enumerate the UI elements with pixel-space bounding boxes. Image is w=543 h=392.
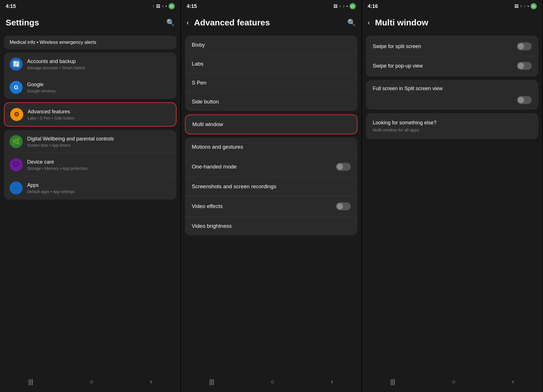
motions-label: Motions and gestures xyxy=(192,144,243,150)
accounts-text: Accounts and backup Manage accounts • Sm… xyxy=(27,58,171,70)
nav-bar-2: ||| ○ ‹ xyxy=(181,372,361,392)
wellbeing-group: 🌿 Digital Wellbeing and parental control… xyxy=(4,130,176,200)
fullscreen-section: Full screen in Split screen view xyxy=(366,80,538,110)
bixby-label: Bixby xyxy=(192,42,205,48)
dot-icon-1: • xyxy=(165,4,167,8)
google-title: Google xyxy=(27,81,171,88)
spen-item[interactable]: S Pen xyxy=(185,73,357,92)
status-time-3: 4:16 xyxy=(368,3,378,9)
device-care-subtitle: Storage • Memory • App protection xyxy=(27,166,171,171)
status-time-2: 4:15 xyxy=(187,3,197,9)
back-arrow-2[interactable]: ‹ xyxy=(187,19,189,27)
advanced-features-group[interactable]: ⚙ Advanced features Labs • S Pen • Side … xyxy=(4,102,176,127)
partial-item-medical[interactable]: Medical info • Wireless emergency alerts xyxy=(4,36,176,49)
fullscreen-label: Full screen in Split screen view xyxy=(373,86,532,92)
video-effects-toggle[interactable] xyxy=(336,202,351,210)
notif-badge-1: 21 xyxy=(169,3,175,9)
popup-view-toggle[interactable] xyxy=(517,62,532,70)
status-icons-3: 🖼 ↑ ↑ • 21 xyxy=(514,3,537,9)
google-icon: G xyxy=(10,81,23,94)
nav-recent-2[interactable]: ||| xyxy=(209,378,214,385)
swipe-section: Swipe for split screen Swipe for pop-up … xyxy=(366,36,538,77)
status-icons-1: ↑ 🖼 ↑ • 21 xyxy=(152,3,175,9)
dot-icon-3: • xyxy=(527,4,529,8)
video-effects-item[interactable]: Video effects xyxy=(185,196,357,217)
one-handed-toggle[interactable] xyxy=(336,163,351,171)
nav-back-1[interactable]: ‹ xyxy=(150,378,152,385)
screens-container: 4:15 ↑ 🖼 ↑ • 21 Settings 🔍 Medical info … xyxy=(0,0,543,392)
nav-bar-1: ||| ○ ‹ xyxy=(0,372,180,392)
multiwindow-title: Multi window xyxy=(375,18,537,27)
advanced-menu-group: Bixby Labs S Pen Side button xyxy=(185,36,357,111)
apps-title: Apps xyxy=(27,182,171,189)
advanced-features-item[interactable]: ⚙ Advanced features Labs • S Pen • Side … xyxy=(5,103,176,126)
motions-item[interactable]: Motions and gestures xyxy=(185,138,357,157)
medical-title: Medical info • Wireless emergency alerts xyxy=(10,40,171,45)
accounts-title: Accounts and backup xyxy=(27,58,171,65)
search-icon-1[interactable]: 🔍 xyxy=(166,19,175,27)
video-effects-label: Video effects xyxy=(192,203,223,209)
advanced-text: Advanced features Labs • S Pen • Side bu… xyxy=(28,109,170,120)
upload-icon-3: ↑ xyxy=(520,4,522,8)
status-time-1: 4:15 xyxy=(6,3,16,9)
settings-screen: 4:15 ↑ 🖼 ↑ • 21 Settings 🔍 Medical info … xyxy=(0,0,181,392)
photo-icon-2: 🖼 xyxy=(333,4,337,8)
looking-title: Looking for something else? xyxy=(373,120,436,126)
looking-section: Looking for something else? Multi window… xyxy=(366,113,538,139)
search-icon-2[interactable]: 🔍 xyxy=(347,19,356,27)
upload-icon-2: ↑ xyxy=(339,4,341,8)
google-item[interactable]: G Google Google services xyxy=(4,76,176,99)
nav-home-1[interactable]: ○ xyxy=(90,378,93,385)
accounts-icon: 🔄 xyxy=(10,58,23,71)
google-text: Google Google services xyxy=(27,81,171,93)
nav-recent-1[interactable]: ||| xyxy=(28,378,33,385)
device-care-icon: 🛡 xyxy=(10,158,23,171)
split-screen-row[interactable]: Swipe for split screen xyxy=(366,37,538,56)
video-brightness-label: Video brightness xyxy=(192,223,232,229)
nav-home-3[interactable]: ○ xyxy=(452,378,455,385)
labs-item[interactable]: Labs xyxy=(185,55,357,73)
wellbeing-icon: 🌿 xyxy=(10,135,23,148)
settings-title: Settings xyxy=(6,18,166,27)
fullscreen-toggle[interactable] xyxy=(517,96,532,104)
back-arrow-3[interactable]: ‹ xyxy=(368,19,370,27)
nav-back-2[interactable]: ‹ xyxy=(331,378,333,385)
arrow-icon-1: ↑ xyxy=(162,4,164,8)
wellbeing-title: Digital Wellbeing and parental controls xyxy=(27,136,171,142)
popup-view-row[interactable]: Swipe for pop-up view xyxy=(366,56,538,75)
advanced-screen-title: Advanced features xyxy=(194,18,344,27)
split-screen-toggle[interactable] xyxy=(517,42,532,50)
bixby-item[interactable]: Bixby xyxy=(185,36,357,55)
one-handed-row: One-handed mode xyxy=(192,163,351,171)
advanced-icon: ⚙ xyxy=(10,108,23,121)
one-handed-item[interactable]: One-handed mode xyxy=(185,157,357,177)
device-care-item[interactable]: 🛡 Device care Storage • Memory • App pro… xyxy=(4,153,176,176)
settings-content: Medical info • Wireless emergency alerts… xyxy=(0,33,180,372)
looking-row[interactable]: Looking for something else? Multi window… xyxy=(366,114,538,138)
nav-back-3[interactable]: ‹ xyxy=(512,378,514,385)
status-bar-1: 4:15 ↑ 🖼 ↑ • 21 xyxy=(0,0,180,12)
apps-item[interactable]: ⋯ Apps Default apps • App settings xyxy=(4,176,176,200)
digital-wellbeing-item[interactable]: 🌿 Digital Wellbeing and parental control… xyxy=(4,130,176,153)
upload2-icon-3: ↑ xyxy=(524,4,526,8)
advanced-subtitle: Labs • S Pen • Side button xyxy=(28,116,170,120)
nav-home-2[interactable]: ○ xyxy=(271,378,274,385)
multi-window-item[interactable]: Multi window xyxy=(186,115,357,134)
multi-window-label: Multi window xyxy=(192,121,223,127)
screenshots-item[interactable]: Screenshots and screen recordings xyxy=(185,177,357,196)
advanced-title: Advanced features xyxy=(28,109,170,115)
accounts-backup-item[interactable]: 🔄 Accounts and backup Manage accounts • … xyxy=(4,53,176,76)
apps-text: Apps Default apps • App settings xyxy=(27,182,171,194)
wellbeing-text: Digital Wellbeing and parental controls … xyxy=(27,136,171,147)
device-care-text: Device care Storage • Memory • App prote… xyxy=(27,159,171,170)
side-button-item[interactable]: Side button xyxy=(185,92,357,111)
video-brightness-item[interactable]: Video brightness xyxy=(185,217,357,235)
google-subtitle: Google services xyxy=(27,89,171,93)
split-screen-label: Swipe for split screen xyxy=(373,44,517,49)
nav-recent-3[interactable]: ||| xyxy=(390,378,395,385)
accounts-subtitle: Manage accounts • Smart Switch xyxy=(27,66,171,70)
one-handed-label: One-handed mode xyxy=(192,164,236,170)
spen-label: S Pen xyxy=(192,80,206,86)
multi-window-group[interactable]: Multi window xyxy=(185,114,357,134)
apps-subtitle: Default apps • App settings xyxy=(27,189,171,194)
